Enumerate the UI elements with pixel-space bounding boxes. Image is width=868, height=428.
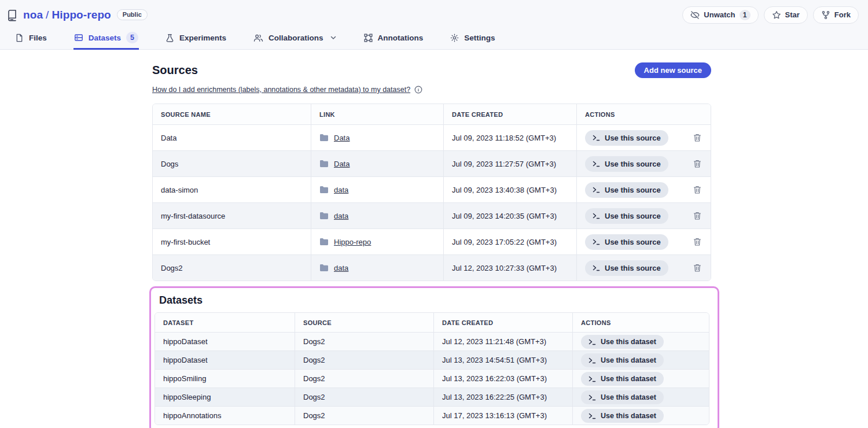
source-row: Dogs Data Jul 09, 2023 11:27:57 (GMT+3) — [153, 150, 711, 176]
folder-icon — [319, 238, 329, 246]
col-actions: ACTIONS — [581, 319, 611, 326]
use-dataset-button[interactable]: Use this dataset — [581, 353, 664, 367]
source-date: Jul 09, 2023 14:20:35 (GMT+3) — [452, 212, 557, 220]
tab-files[interactable]: Files — [14, 27, 47, 50]
star-label: Star — [785, 10, 800, 19]
col-dataset: DATASET — [163, 319, 193, 326]
star-button[interactable]: Star — [764, 6, 808, 24]
sources-table-body: Data Data Jul 09, 2023 11:18:52 (GMT+3) — [153, 124, 711, 281]
unwatch-label: Unwatch — [704, 10, 735, 19]
use-source-button[interactable]: Use this source — [585, 234, 668, 250]
col-link: LINK — [319, 111, 335, 118]
source-link[interactable]: Hippo-repo — [334, 238, 371, 246]
use-source-label: Use this source — [605, 160, 661, 168]
dataset-date: Jul 17, 2023 13:16:13 (GMT+3) — [442, 411, 547, 420]
use-dataset-button[interactable]: Use this dataset — [581, 372, 664, 386]
terminal-icon — [593, 134, 600, 141]
dataset-row: hippoAnnotations Dogs2 Jul 17, 2023 13:1… — [155, 406, 709, 425]
trash-icon[interactable] — [693, 211, 702, 220]
enrichments-help-link[interactable]: How do I add enrichments (labels, annota… — [152, 86, 410, 94]
watch-count-badge: 1 — [740, 10, 751, 20]
source-row: Data Data Jul 09, 2023 11:18:52 (GMT+3) — [153, 124, 711, 150]
repo-page: noa/Hippo-repo Public Unwatch 1 — [0, 0, 868, 428]
tab-experiments-label: Experiments — [179, 34, 226, 42]
tab-settings[interactable]: Settings — [450, 27, 495, 50]
dataset-name: hippoSmiling — [163, 374, 206, 383]
use-dataset-label: Use this dataset — [601, 375, 656, 383]
source-date: Jul 09, 2023 11:27:57 (GMT+3) — [452, 160, 556, 168]
add-new-source-button[interactable]: Add new source — [635, 62, 711, 78]
dataset-date: Jul 13, 2023 16:22:25 (GMT+3) — [442, 393, 547, 401]
sources-title: Sources — [152, 64, 198, 77]
repo-name-link[interactable]: Hippo-repo — [52, 9, 111, 21]
repo-owner-link[interactable]: noa — [23, 9, 43, 21]
tab-bar: Files Datasets 5 Experiments — [0, 27, 868, 50]
tab-annotations[interactable]: Annotations — [363, 27, 424, 50]
dataset-icon — [74, 33, 83, 42]
use-dataset-button[interactable]: Use this dataset — [581, 409, 664, 423]
trash-icon[interactable] — [693, 237, 702, 246]
unwatch-button[interactable]: Unwatch 1 — [682, 6, 758, 24]
dataset-source: Dogs2 — [303, 337, 325, 346]
dataset-date: Jul 12, 2023 11:21:48 (GMT+3) — [442, 337, 546, 346]
source-link[interactable]: data — [334, 212, 348, 220]
use-source-button[interactable]: Use this source — [585, 182, 668, 198]
use-source-button[interactable]: Use this source — [585, 156, 668, 172]
use-dataset-label: Use this dataset — [601, 393, 656, 401]
use-dataset-label: Use this dataset — [601, 356, 656, 364]
dataset-source: Dogs2 — [303, 411, 325, 420]
eye-off-icon — [690, 10, 700, 20]
trash-icon[interactable] — [693, 133, 702, 142]
tab-experiments[interactable]: Experiments — [165, 27, 227, 50]
tab-annotations-label: Annotations — [378, 34, 424, 42]
source-name: my-first-datasource — [161, 212, 225, 220]
tab-settings-label: Settings — [464, 34, 495, 42]
use-source-label: Use this source — [605, 238, 661, 246]
source-link[interactable]: data — [334, 264, 348, 272]
terminal-icon — [593, 160, 600, 167]
fork-icon — [821, 10, 830, 20]
terminal-icon — [593, 264, 600, 271]
flask-icon — [165, 34, 174, 42]
repo-title: noa/Hippo-repo — [23, 9, 111, 21]
use-source-label: Use this source — [605, 186, 661, 194]
folder-icon — [319, 160, 329, 168]
source-link[interactable]: Data — [334, 160, 350, 168]
main-content: Sources Add new source How do I add enri… — [152, 50, 711, 428]
folder-icon — [319, 134, 329, 142]
trash-icon[interactable] — [693, 185, 702, 194]
source-date: Jul 09, 2023 11:18:52 (GMT+3) — [452, 134, 556, 142]
dataset-source: Dogs2 — [303, 393, 325, 401]
use-dataset-button[interactable]: Use this dataset — [581, 390, 664, 404]
dataset-date: Jul 13, 2023 14:54:51 (GMT+3) — [442, 356, 547, 364]
bounding-box-icon — [364, 34, 373, 42]
tab-files-label: Files — [29, 34, 47, 42]
dataset-source: Dogs2 — [303, 356, 325, 364]
use-dataset-label: Use this dataset — [601, 338, 656, 346]
use-source-button[interactable]: Use this source — [585, 208, 668, 224]
star-icon — [772, 10, 781, 20]
fork-button[interactable]: Fork — [813, 6, 859, 24]
use-dataset-button[interactable]: Use this dataset — [581, 335, 664, 349]
tab-datasets[interactable]: Datasets 5 — [73, 27, 139, 50]
dataset-name: hippoDataset — [163, 337, 208, 346]
col-actions: ACTIONS — [585, 111, 615, 118]
trash-icon[interactable] — [693, 263, 702, 272]
source-name: Dogs — [161, 160, 178, 168]
info-icon[interactable] — [414, 86, 422, 94]
trash-icon[interactable] — [693, 159, 702, 168]
visibility-badge: Public — [117, 9, 148, 20]
use-source-button[interactable]: Use this source — [585, 260, 668, 276]
dataset-row: hippoSmiling Dogs2 Jul 13, 2023 16:22:03… — [155, 369, 709, 388]
tab-collaborations[interactable]: Collaborations — [253, 27, 337, 50]
source-link[interactable]: data — [334, 186, 348, 194]
source-name: Data — [161, 134, 176, 142]
sources-section-header: Sources Add new source — [152, 62, 711, 78]
datasets-title: Datasets — [159, 294, 709, 307]
col-source: SOURCE — [303, 319, 332, 326]
col-date-created: DATE CREATED — [442, 319, 493, 326]
source-link[interactable]: Data — [334, 134, 350, 142]
use-source-button[interactable]: Use this source — [585, 130, 668, 146]
source-name: data-simon — [161, 186, 198, 194]
dataset-name: hippoAnnotations — [163, 411, 221, 420]
